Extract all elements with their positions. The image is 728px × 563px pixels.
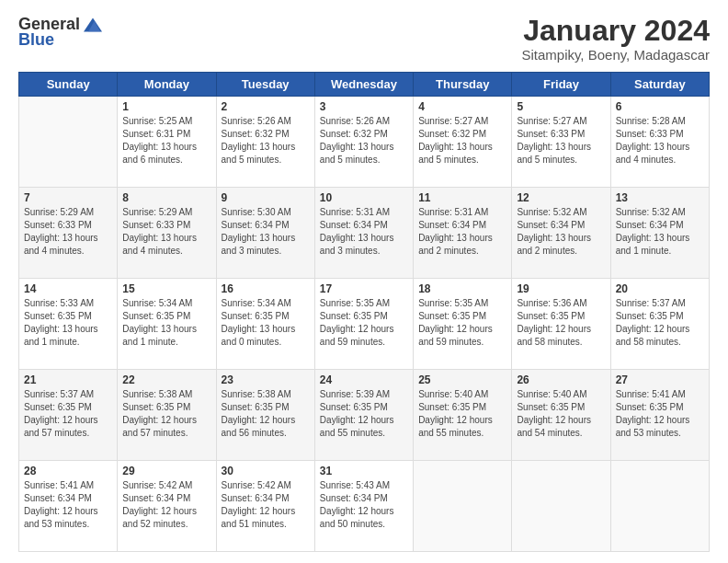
day-number: 30: [222, 465, 310, 477]
table-row: 25Sunrise: 5:40 AM Sunset: 6:35 PM Dayli…: [414, 370, 512, 461]
day-number: 19: [517, 282, 605, 295]
table-row: 27Sunrise: 5:41 AM Sunset: 6:35 PM Dayli…: [610, 370, 709, 461]
table-row: [610, 461, 709, 552]
table-row: 21Sunrise: 5:37 AM Sunset: 6:35 PM Dayli…: [19, 370, 118, 461]
table-row: 3Sunrise: 5:26 AM Sunset: 6:32 PM Daylig…: [314, 97, 413, 188]
day-info: Sunrise: 5:35 AM Sunset: 6:35 PM Dayligh…: [418, 297, 506, 349]
day-info: Sunrise: 5:38 AM Sunset: 6:35 PM Dayligh…: [122, 388, 210, 440]
day-number: 5: [517, 100, 605, 113]
day-info: Sunrise: 5:39 AM Sunset: 6:35 PM Dayligh…: [320, 388, 408, 440]
title-block: January 2024 Sitampiky, Boeny, Madagasca…: [521, 15, 710, 63]
col-saturday: Saturday: [610, 73, 709, 97]
day-number: 10: [320, 191, 408, 204]
day-number: 17: [320, 282, 408, 295]
col-monday: Monday: [118, 73, 216, 97]
day-info: Sunrise: 5:40 AM Sunset: 6:35 PM Dayligh…: [517, 388, 605, 440]
main-title: January 2024: [521, 15, 710, 47]
day-info: Sunrise: 5:30 AM Sunset: 6:34 PM Dayligh…: [222, 206, 310, 258]
day-number: 29: [122, 465, 210, 477]
col-sunday: Sunday: [19, 73, 118, 97]
day-info: Sunrise: 5:42 AM Sunset: 6:34 PM Dayligh…: [122, 479, 210, 531]
table-row: 9Sunrise: 5:30 AM Sunset: 6:34 PM Daylig…: [216, 188, 314, 279]
day-info: Sunrise: 5:40 AM Sunset: 6:35 PM Dayligh…: [418, 388, 506, 440]
day-number: 11: [418, 191, 506, 204]
day-info: Sunrise: 5:26 AM Sunset: 6:32 PM Dayligh…: [222, 115, 310, 167]
day-info: Sunrise: 5:31 AM Sunset: 6:34 PM Dayligh…: [320, 206, 408, 258]
table-row: 11Sunrise: 5:31 AM Sunset: 6:34 PM Dayli…: [414, 188, 512, 279]
logo: General Blue: [18, 15, 102, 50]
day-info: Sunrise: 5:38 AM Sunset: 6:35 PM Dayligh…: [222, 388, 310, 440]
col-wednesday: Wednesday: [314, 73, 413, 97]
day-info: Sunrise: 5:34 AM Sunset: 6:35 PM Dayligh…: [122, 297, 210, 349]
logo-icon: [84, 16, 102, 34]
day-info: Sunrise: 5:35 AM Sunset: 6:35 PM Dayligh…: [320, 297, 408, 349]
day-number: 13: [616, 191, 704, 204]
table-row: 17Sunrise: 5:35 AM Sunset: 6:35 PM Dayli…: [314, 279, 413, 370]
table-row: 6Sunrise: 5:28 AM Sunset: 6:33 PM Daylig…: [610, 97, 709, 188]
day-info: Sunrise: 5:31 AM Sunset: 6:34 PM Dayligh…: [418, 206, 506, 258]
col-tuesday: Tuesday: [216, 73, 314, 97]
col-thursday: Thursday: [414, 73, 512, 97]
day-number: 27: [616, 373, 704, 386]
day-number: 18: [418, 282, 506, 295]
calendar-body: 1Sunrise: 5:25 AM Sunset: 6:31 PM Daylig…: [19, 97, 710, 552]
table-row: 1Sunrise: 5:25 AM Sunset: 6:31 PM Daylig…: [118, 97, 216, 188]
day-info: Sunrise: 5:29 AM Sunset: 6:33 PM Dayligh…: [122, 206, 210, 258]
day-number: 26: [517, 373, 605, 386]
calendar-header-row: Sunday Monday Tuesday Wednesday Thursday…: [19, 73, 710, 97]
day-info: Sunrise: 5:41 AM Sunset: 6:34 PM Dayligh…: [24, 479, 112, 531]
day-number: 23: [222, 373, 310, 386]
table-row: 22Sunrise: 5:38 AM Sunset: 6:35 PM Dayli…: [118, 370, 216, 461]
table-row: 2Sunrise: 5:26 AM Sunset: 6:32 PM Daylig…: [216, 97, 314, 188]
day-info: Sunrise: 5:37 AM Sunset: 6:35 PM Dayligh…: [616, 297, 704, 349]
calendar-week-row: 1Sunrise: 5:25 AM Sunset: 6:31 PM Daylig…: [19, 97, 710, 188]
header: General Blue January 2024 Sitampiky, Boe…: [18, 15, 710, 63]
page: General Blue January 2024 Sitampiky, Boe…: [0, 0, 728, 563]
table-row: [19, 97, 118, 188]
table-row: 10Sunrise: 5:31 AM Sunset: 6:34 PM Dayli…: [314, 188, 413, 279]
day-info: Sunrise: 5:29 AM Sunset: 6:33 PM Dayligh…: [24, 206, 112, 258]
col-friday: Friday: [512, 73, 610, 97]
day-number: 6: [616, 100, 704, 113]
day-info: Sunrise: 5:43 AM Sunset: 6:34 PM Dayligh…: [320, 479, 408, 531]
table-row: 18Sunrise: 5:35 AM Sunset: 6:35 PM Dayli…: [414, 279, 512, 370]
day-info: Sunrise: 5:25 AM Sunset: 6:31 PM Dayligh…: [122, 115, 210, 167]
day-info: Sunrise: 5:27 AM Sunset: 6:32 PM Dayligh…: [418, 115, 506, 167]
table-row: 30Sunrise: 5:42 AM Sunset: 6:34 PM Dayli…: [216, 461, 314, 552]
table-row: 28Sunrise: 5:41 AM Sunset: 6:34 PM Dayli…: [19, 461, 118, 552]
table-row: 23Sunrise: 5:38 AM Sunset: 6:35 PM Dayli…: [216, 370, 314, 461]
table-row: 29Sunrise: 5:42 AM Sunset: 6:34 PM Dayli…: [118, 461, 216, 552]
day-number: 15: [122, 282, 210, 295]
day-number: 1: [122, 100, 210, 113]
table-row: 12Sunrise: 5:32 AM Sunset: 6:34 PM Dayli…: [512, 188, 610, 279]
table-row: 24Sunrise: 5:39 AM Sunset: 6:35 PM Dayli…: [314, 370, 413, 461]
day-number: 20: [616, 282, 704, 295]
table-row: 14Sunrise: 5:33 AM Sunset: 6:35 PM Dayli…: [19, 279, 118, 370]
day-number: 16: [222, 282, 310, 295]
day-info: Sunrise: 5:32 AM Sunset: 6:34 PM Dayligh…: [616, 206, 704, 258]
day-number: 31: [320, 465, 408, 477]
day-info: Sunrise: 5:34 AM Sunset: 6:35 PM Dayligh…: [222, 297, 310, 349]
day-number: 12: [517, 191, 605, 204]
day-number: 2: [222, 100, 310, 113]
table-row: [512, 461, 610, 552]
day-number: 3: [320, 100, 408, 113]
table-row: 8Sunrise: 5:29 AM Sunset: 6:33 PM Daylig…: [118, 188, 216, 279]
day-info: Sunrise: 5:33 AM Sunset: 6:35 PM Dayligh…: [24, 297, 112, 349]
day-info: Sunrise: 5:27 AM Sunset: 6:33 PM Dayligh…: [517, 115, 605, 167]
calendar-week-row: 7Sunrise: 5:29 AM Sunset: 6:33 PM Daylig…: [19, 188, 710, 279]
logo-blue: Blue: [18, 30, 54, 50]
day-number: 9: [222, 191, 310, 204]
day-info: Sunrise: 5:36 AM Sunset: 6:35 PM Dayligh…: [517, 297, 605, 349]
calendar-table: Sunday Monday Tuesday Wednesday Thursday…: [18, 72, 710, 552]
day-number: 28: [24, 465, 112, 477]
day-info: Sunrise: 5:41 AM Sunset: 6:35 PM Dayligh…: [616, 388, 704, 440]
day-info: Sunrise: 5:42 AM Sunset: 6:34 PM Dayligh…: [222, 479, 310, 531]
day-number: 4: [418, 100, 506, 113]
table-row: 16Sunrise: 5:34 AM Sunset: 6:35 PM Dayli…: [216, 279, 314, 370]
table-row: 26Sunrise: 5:40 AM Sunset: 6:35 PM Dayli…: [512, 370, 610, 461]
calendar-week-row: 21Sunrise: 5:37 AM Sunset: 6:35 PM Dayli…: [19, 370, 710, 461]
day-number: 7: [24, 191, 112, 204]
table-row: 15Sunrise: 5:34 AM Sunset: 6:35 PM Dayli…: [118, 279, 216, 370]
day-number: 8: [122, 191, 210, 204]
